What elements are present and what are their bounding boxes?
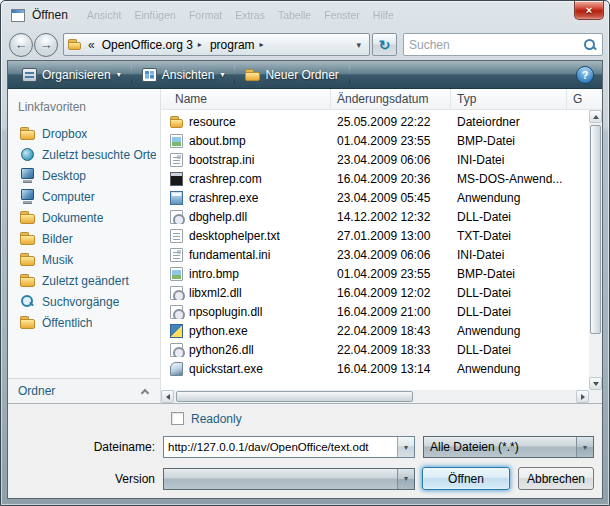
file-date: 16.04.2009 20:36 xyxy=(331,172,451,186)
dialog-icon xyxy=(11,9,25,22)
horizontal-scroll-thumb[interactable] xyxy=(176,391,413,402)
vertical-scrollbar[interactable] xyxy=(589,110,602,390)
breadcrumb-item[interactable]: program ▸ xyxy=(206,38,268,52)
file-row[interactable]: quickstart.exe 16.04.2009 13:14 Anwendun… xyxy=(161,359,589,378)
file-row[interactable]: crashrep.exe 23.04.2009 05:45 Anwendung xyxy=(161,188,589,207)
file-row[interactable]: desktophelper.txt 27.01.2009 13:00 TXT-D… xyxy=(161,226,589,245)
sidebar-item[interactable]: Öffentlich xyxy=(8,312,160,333)
open-dialog-window: Öffnen AnsichtEinfügenFormatExtrasTabell… xyxy=(0,0,610,506)
vertical-scroll-track[interactable] xyxy=(589,123,602,377)
filename-label: Dateiname: xyxy=(16,440,163,454)
filename-dropdown-button[interactable]: ▾ xyxy=(397,437,414,457)
back-button[interactable]: ← xyxy=(9,33,33,57)
breadcrumb-item[interactable]: OpenOffice.org 3 ▸ xyxy=(98,38,206,52)
file-date: 27.01.2009 13:00 xyxy=(331,229,451,243)
toolbar-button[interactable]: Ansichten ▾ xyxy=(134,65,233,85)
file-row[interactable]: bootstrap.ini 23.04.2009 06:06 INI-Datei xyxy=(161,150,589,169)
file-row[interactable]: about.bmp 01.04.2009 23:55 BMP-Datei xyxy=(161,131,589,150)
file-row[interactable]: intro.bmp 01.04.2009 23:55 BMP-Datei xyxy=(161,264,589,283)
sidebar-item[interactable]: Suchvorgänge xyxy=(8,291,160,312)
open-button[interactable]: Öffnen xyxy=(422,467,510,490)
breadcrumb-separator-icon[interactable]: ▸ xyxy=(260,40,264,49)
file-name: intro.bmp xyxy=(189,267,239,281)
favorites-header: Linkfavoriten xyxy=(8,96,160,123)
sidebar-item[interactable]: Zuletzt besuchte Orte xyxy=(8,144,160,165)
file-row[interactable]: python.exe 22.04.2009 18:43 Anwendung xyxy=(161,321,589,340)
refresh-button[interactable]: ↻ xyxy=(372,33,397,56)
column-header[interactable]: Name xyxy=(161,89,331,109)
sidebar-item[interactable]: Desktop xyxy=(8,165,160,186)
filename-combobox[interactable]: ▾ xyxy=(163,436,415,458)
file-icon xyxy=(170,305,183,319)
forward-button[interactable]: → xyxy=(34,33,58,57)
file-list-panel: Name Änderungsdatum Typ G xyxy=(161,89,602,403)
column-header[interactable]: Typ xyxy=(451,89,567,109)
file-type: Anwendung xyxy=(451,362,567,376)
file-row[interactable]: crashrep.com 16.04.2009 20:36 MS-DOS-Anw… xyxy=(161,169,589,188)
file-row[interactable]: resource 25.05.2009 22:22 Dateiordner xyxy=(161,112,589,131)
scroll-down-button[interactable] xyxy=(589,377,602,390)
sidebar-item-icon xyxy=(20,273,35,288)
scroll-right-button[interactable] xyxy=(576,390,589,403)
file-icon xyxy=(170,229,183,243)
vertical-scroll-thumb[interactable] xyxy=(590,125,601,334)
readonly-checkbox[interactable] xyxy=(171,412,184,425)
filetype-combobox[interactable]: Alle Dateien (*.*) ▾ xyxy=(423,436,594,458)
column-header[interactable]: Änderungsdatum xyxy=(331,89,451,109)
breadcrumb-overflow-chevron[interactable]: « xyxy=(85,38,98,52)
sidebar-item[interactable]: Musik xyxy=(8,249,160,270)
sidebar-item[interactable]: Dropbox xyxy=(8,123,160,144)
toolbar-separator xyxy=(234,66,235,83)
file-date: 22.04.2009 18:33 xyxy=(331,343,451,357)
file-icon xyxy=(170,153,183,167)
version-combobox[interactable]: ▾ xyxy=(163,468,415,490)
search-input[interactable] xyxy=(409,38,583,52)
scroll-left-button[interactable] xyxy=(161,390,174,403)
arrow-right-icon xyxy=(581,394,585,400)
file-type: Anwendung xyxy=(451,324,567,338)
toolbar-button[interactable]: Neuer Ordner ▾ xyxy=(237,65,346,85)
dropdown-caret-icon: ▾ xyxy=(404,443,408,452)
filename-input[interactable] xyxy=(164,437,397,457)
file-row[interactable]: fundamental.ini 23.04.2009 06:06 INI-Dat… xyxy=(161,245,589,264)
file-row[interactable]: npsoplugin.dll 16.04.2009 21:00 DLL-Date… xyxy=(161,302,589,321)
file-date: 16.04.2009 13:14 xyxy=(331,362,451,376)
search-box[interactable] xyxy=(403,33,603,56)
cancel-button[interactable]: Abbrechen xyxy=(518,467,594,490)
file-icon xyxy=(170,172,183,186)
sidebar-item[interactable]: Computer xyxy=(8,186,160,207)
sidebar-item[interactable]: Dokumente xyxy=(8,207,160,228)
browse-area: Linkfavoriten Dropbox Zuletzt besuchte O… xyxy=(8,89,602,404)
scroll-up-button[interactable] xyxy=(589,110,602,123)
address-bar[interactable]: « OpenOffice.org 3 ▸ program ▸ ▾ xyxy=(63,33,370,56)
sidebar-item-icon xyxy=(20,231,35,246)
folders-expander[interactable]: Ordner xyxy=(8,378,160,403)
toolbar-button-icon xyxy=(142,68,157,82)
help-button[interactable]: ? xyxy=(576,66,594,84)
file-row[interactable]: libxml2.dll 16.04.2009 12:02 DLL-Datei xyxy=(161,283,589,302)
toolbar-button[interactable]: Organisieren ▾ xyxy=(14,65,129,85)
sidebar-item[interactable]: Zuletzt geändert xyxy=(8,270,160,291)
filetype-dropdown-button[interactable]: ▾ xyxy=(576,437,593,457)
column-header[interactable]: G xyxy=(567,89,589,109)
file-icon xyxy=(170,210,183,224)
file-date: 23.04.2009 06:06 xyxy=(331,248,451,262)
back-arrow-icon: ← xyxy=(15,37,28,52)
address-dropdown-caret-icon[interactable]: ▾ xyxy=(352,40,365,50)
breadcrumb-separator-icon[interactable]: ▸ xyxy=(198,40,202,49)
version-dropdown-button[interactable]: ▾ xyxy=(397,469,414,489)
titlebar[interactable]: Öffnen AnsichtEinfügenFormatExtrasTabell… xyxy=(1,1,609,29)
file-name: resource xyxy=(189,115,236,129)
close-button[interactable]: × xyxy=(574,1,604,20)
horizontal-scrollbar[interactable] xyxy=(161,390,589,403)
file-date: 25.05.2009 22:22 xyxy=(331,115,451,129)
horizontal-scroll-track[interactable] xyxy=(174,390,576,403)
file-icon xyxy=(170,115,183,129)
readonly-label: Readonly xyxy=(191,412,242,426)
file-row[interactable]: python26.dll 22.04.2009 18:33 DLL-Datei xyxy=(161,340,589,359)
sidebar-item-icon xyxy=(20,252,35,267)
file-name: npsoplugin.dll xyxy=(189,305,262,319)
file-name: python.exe xyxy=(189,324,248,338)
file-row[interactable]: dbghelp.dll 14.12.2002 12:32 DLL-Datei xyxy=(161,207,589,226)
sidebar-item[interactable]: Bilder xyxy=(8,228,160,249)
